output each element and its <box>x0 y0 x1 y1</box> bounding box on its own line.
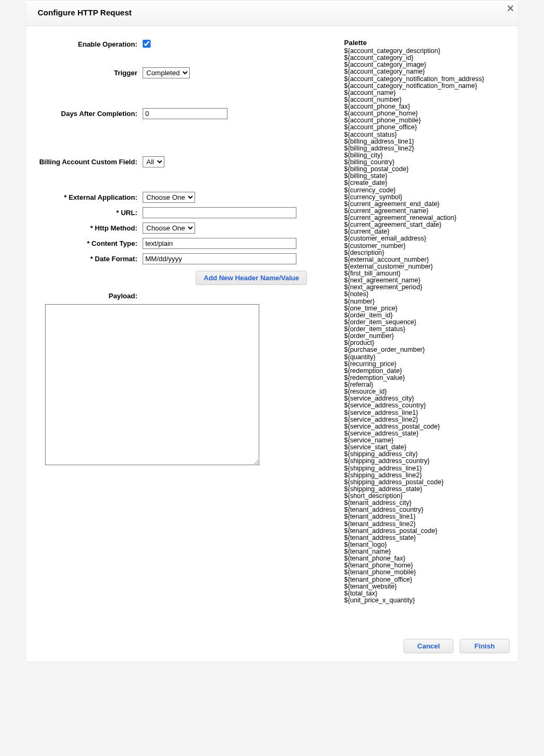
palette-item[interactable]: ${service_address_line1} <box>344 410 507 416</box>
palette-item[interactable]: ${billing_address_line2} <box>344 145 507 152</box>
palette-item[interactable]: ${tenant_address_postal_code} <box>344 528 507 535</box>
form-column: Enable Operation: Trigger Completed Days… <box>26 39 344 604</box>
payload-textarea[interactable] <box>45 304 259 465</box>
palette-list: ${account_category_description}${account… <box>344 48 507 604</box>
trigger-label: Trigger <box>26 67 143 77</box>
enable-operation-checkbox[interactable] <box>143 40 151 48</box>
close-icon[interactable]: × <box>507 2 514 15</box>
palette-item[interactable]: ${tenant_address_line1} <box>344 513 507 520</box>
palette-item[interactable]: ${service_address_postal_code} <box>344 423 507 430</box>
palette-item[interactable]: ${billing_address_line1} <box>344 138 507 145</box>
dialog-header: Configure HTTP Request × <box>26 1 518 26</box>
palette-title: Palette <box>344 39 507 47</box>
cancel-button[interactable]: Cancel <box>403 639 453 653</box>
palette-item[interactable]: ${redemption_date} <box>344 368 507 375</box>
http-method-label: * Http Method: <box>26 223 143 232</box>
url-label: * URL: <box>26 207 143 217</box>
enable-operation-label: Enable Operation: <box>26 39 143 48</box>
palette-item[interactable]: ${tenant_address_line2} <box>344 521 507 528</box>
palette-item[interactable]: ${customer_number} <box>344 243 507 250</box>
palette-item[interactable]: ${recurring_price} <box>344 361 507 368</box>
palette-item[interactable]: ${customer_email_address} <box>344 235 507 242</box>
palette-item[interactable]: ${tenant_address_state} <box>344 535 507 541</box>
days-after-completion-input[interactable] <box>143 108 227 119</box>
palette-item[interactable]: ${account_category_name} <box>344 68 507 75</box>
palette-item[interactable]: ${total_tax} <box>344 590 507 597</box>
content-type-input[interactable] <box>143 238 296 249</box>
palette-item[interactable]: ${tenant_phone_office} <box>344 576 507 583</box>
date-format-input[interactable] <box>143 253 296 264</box>
palette-item[interactable]: ${notes} <box>344 291 507 298</box>
palette-item[interactable]: ${service_address_country} <box>344 402 507 409</box>
palette-item[interactable]: ${tenant_website} <box>344 583 507 590</box>
palette-item[interactable]: ${purchase_order_number} <box>344 346 507 353</box>
date-format-label: * Date Format: <box>26 253 143 263</box>
trigger-select[interactable]: Completed <box>143 67 190 78</box>
palette-item[interactable]: ${tenant_phone_mobile} <box>344 569 507 576</box>
finish-button[interactable]: Finish <box>460 639 510 653</box>
palette-item[interactable]: ${current_agreement_end_date} <box>344 201 507 208</box>
palette-item[interactable]: ${account_category_notification_from_add… <box>344 76 507 83</box>
days-after-completion-label: Days After Completion: <box>26 108 143 118</box>
palette-item[interactable]: ${shipping_address_postal_code} <box>344 479 507 486</box>
palette-item[interactable]: ${currency_symbol} <box>344 194 507 201</box>
payload-label: Payload: <box>26 290 143 300</box>
palette-item[interactable]: ${account_phone_office} <box>344 124 507 131</box>
palette-item[interactable]: ${account_name} <box>344 90 507 96</box>
billing-account-custom-field-select[interactable]: All <box>143 156 164 167</box>
url-input[interactable] <box>143 207 296 218</box>
palette-item[interactable]: ${quantity} <box>344 354 507 361</box>
dialog-title: Configure HTTP Request <box>38 8 131 17</box>
palette-item[interactable]: ${currency_code} <box>344 187 507 194</box>
palette-item[interactable]: ${shipping_address_line2} <box>344 472 507 479</box>
palette-item[interactable]: ${shipping_address_country} <box>344 458 507 465</box>
billing-account-custom-field-label: Billing Account Custom Field: <box>26 156 143 166</box>
palette-item[interactable]: ${next_agreement_period} <box>344 284 507 291</box>
palette-item[interactable]: ${service_address_line2} <box>344 416 507 423</box>
palette-item[interactable]: ${shipping_address_line1} <box>344 465 507 472</box>
add-header-button[interactable]: Add New Header Name/Value <box>196 271 307 285</box>
external-application-select[interactable]: Choose One <box>143 192 195 203</box>
palette-item[interactable]: ${description} <box>344 250 507 256</box>
configure-http-request-dialog: Configure HTTP Request × Enable Operatio… <box>25 0 519 662</box>
dialog-footer: Cancel Finish <box>26 634 518 662</box>
palette-item[interactable]: ${number} <box>344 298 507 305</box>
http-method-select[interactable]: Choose One <box>143 223 195 234</box>
palette-column: Palette ${account_category_description}$… <box>344 39 507 604</box>
palette-item[interactable]: ${account_category_notification_from_nam… <box>344 83 507 90</box>
palette-item[interactable]: ${create_date} <box>344 180 507 186</box>
content-type-label: * Content Type: <box>26 238 143 247</box>
external-application-label: * External Application: <box>26 192 143 201</box>
palette-item[interactable]: ${account_status} <box>344 131 507 138</box>
palette-item[interactable]: ${unit_price_x_quantity} <box>344 597 507 604</box>
palette-item[interactable]: ${order_item_id} <box>344 312 507 319</box>
palette-item[interactable]: ${external_account_number} <box>344 256 507 263</box>
palette-item[interactable]: ${one_time_price} <box>344 305 507 312</box>
